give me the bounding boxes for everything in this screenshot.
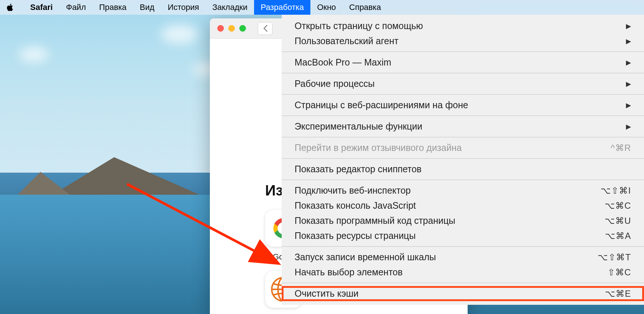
menu-divider bbox=[282, 137, 644, 137]
close-window-button[interactable] bbox=[217, 25, 224, 32]
menubar-edit[interactable]: Правка bbox=[92, 0, 133, 15]
chevron-right-icon: ▶ bbox=[626, 37, 631, 45]
menu-item-label: Подключить веб-инспектор bbox=[295, 185, 411, 196]
menu-shortcut: ⌥⌘U bbox=[605, 216, 631, 226]
menu-divider bbox=[282, 94, 644, 95]
menu-divider bbox=[282, 73, 644, 73]
menu-item-label: Показать консоль JavaScript bbox=[295, 200, 416, 211]
back-button[interactable] bbox=[258, 22, 272, 35]
menubar-view[interactable]: Вид bbox=[133, 0, 161, 15]
menu-connect-web-inspector[interactable]: Подключить веб-инспектор ⌥⇧⌘I bbox=[282, 183, 644, 198]
menu-show-page-source[interactable]: Показать программный код страницы ⌥⌘U bbox=[282, 213, 644, 228]
menu-responsive-design-mode: Перейти в режим отзывчивого дизайна ^⌘R bbox=[282, 140, 644, 155]
menubar-app-name[interactable]: Safari bbox=[24, 0, 59, 15]
menu-item-label: Открыть страницу с помощью bbox=[295, 21, 423, 31]
chevron-right-icon: ▶ bbox=[626, 123, 631, 131]
menubar-help[interactable]: Справка bbox=[342, 0, 387, 15]
menu-extension-bg-pages[interactable]: Страницы с веб-расширениями на фоне ▶ bbox=[282, 98, 644, 113]
menu-item-label: Перейти в режим отзывчивого дизайна bbox=[295, 142, 462, 153]
menu-divider bbox=[282, 52, 644, 52]
menu-divider bbox=[282, 180, 644, 180]
menu-item-label: Запуск записи временной шкалы bbox=[295, 252, 436, 262]
apple-logo-icon[interactable] bbox=[6, 3, 14, 12]
menu-item-label: Показать редактор сниппетов bbox=[295, 164, 422, 174]
menubar-file[interactable]: Файл bbox=[59, 0, 92, 15]
menu-item-label: Показать ресурсы страницы bbox=[295, 230, 416, 241]
chevron-right-icon: ▶ bbox=[626, 101, 631, 109]
menu-show-js-console[interactable]: Показать консоль JavaScript ⌥⌘C bbox=[282, 198, 644, 213]
menubar-window[interactable]: Окно bbox=[310, 0, 342, 15]
menu-start-timeline-recording[interactable]: Запуск записи временной шкалы ⌥⇧⌘T bbox=[282, 250, 644, 265]
chevron-left-icon bbox=[263, 25, 268, 32]
menu-item-label: Очистить кэши bbox=[295, 288, 359, 299]
menu-item-label: Страницы с веб-расширениями на фоне bbox=[295, 100, 468, 110]
menubar-history[interactable]: История bbox=[161, 0, 205, 15]
menu-snippet-editor[interactable]: Показать редактор сниппетов bbox=[282, 162, 644, 177]
menu-shortcut: ⌥⇧⌘I bbox=[601, 186, 631, 196]
menu-divider bbox=[282, 116, 644, 116]
menu-divider bbox=[282, 246, 644, 247]
menu-shortcut: ⌥⌘E bbox=[605, 289, 631, 299]
chevron-right-icon: ▶ bbox=[626, 80, 631, 88]
menu-device[interactable]: MacBook Pro — Maxim ▶ bbox=[282, 55, 644, 70]
menubar-develop[interactable]: Разработка bbox=[254, 0, 310, 15]
chevron-right-icon: ▶ bbox=[626, 22, 631, 30]
traffic-lights bbox=[217, 25, 246, 32]
maximize-window-button[interactable] bbox=[239, 25, 246, 32]
menu-item-label: MacBook Pro — Maxim bbox=[295, 57, 391, 68]
menubar-bookmarks[interactable]: Закладки bbox=[206, 0, 254, 15]
menu-item-label: Показать программный код страницы bbox=[295, 215, 455, 226]
menu-shortcut: ⇧⌘C bbox=[608, 267, 631, 278]
menu-show-page-resources[interactable]: Показать ресурсы страницы ⌥⌘A bbox=[282, 228, 644, 243]
develop-dropdown-menu: Открыть страницу с помощью ▶ Пользовател… bbox=[282, 15, 644, 305]
menu-service-workers[interactable]: Рабочие процессы ▶ bbox=[282, 76, 644, 91]
menu-shortcut: ⌥⌘C bbox=[605, 201, 631, 211]
menubar: Safari Файл Правка Вид История Закладки … bbox=[0, 0, 644, 15]
menu-item-label: Экспериментальные функции bbox=[295, 121, 422, 132]
menu-shortcut: ^⌘R bbox=[610, 143, 631, 153]
menu-experimental-features[interactable]: Экспериментальные функции ▶ bbox=[282, 119, 644, 134]
menu-empty-caches[interactable]: Очистить кэши ⌥⌘E bbox=[282, 286, 644, 301]
minimize-window-button[interactable] bbox=[228, 25, 235, 32]
menu-shortcut: ⌥⇧⌘T bbox=[598, 252, 631, 262]
menu-user-agent[interactable]: Пользовательский агент ▶ bbox=[282, 33, 644, 49]
menu-item-label: Рабочие процессы bbox=[295, 78, 375, 89]
chevron-right-icon: ▶ bbox=[626, 59, 631, 67]
menu-divider bbox=[282, 283, 644, 283]
menu-shortcut: ⌥⌘A bbox=[605, 231, 631, 241]
menu-open-page-with[interactable]: Открыть страницу с помощью ▶ bbox=[282, 18, 644, 33]
menu-item-label: Пользовательский агент bbox=[295, 36, 398, 46]
menu-divider bbox=[282, 158, 644, 159]
menu-item-label: Начать выбор элементов bbox=[295, 267, 402, 278]
menu-start-element-selection[interactable]: Начать выбор элементов ⇧⌘C bbox=[282, 265, 644, 280]
